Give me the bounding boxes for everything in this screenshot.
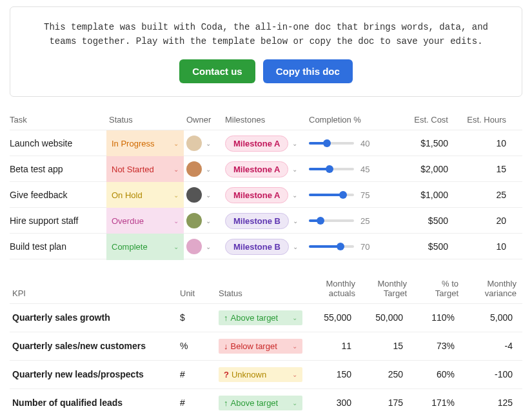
copy-doc-button[interactable]: Copy this doc <box>263 59 353 83</box>
kpi-table-header: KPI Unit Status Monthlyactuals MonthlyTa… <box>10 279 522 304</box>
completion-value: 75 <box>360 190 369 200</box>
task-table-header: Task Status Owner Milestones Completion … <box>10 110 522 130</box>
chevron-down-icon: ⌄ <box>173 217 179 225</box>
slider-fill <box>309 194 343 196</box>
kpi-actuals[interactable]: 300 <box>306 391 358 413</box>
status-select[interactable]: In Progress ⌄ <box>106 130 184 157</box>
status-arrow-icon: ↓ <box>224 341 228 351</box>
kpi-header-variance: Monthlyvariance <box>461 279 519 298</box>
slider-thumb[interactable] <box>326 165 333 173</box>
completion-slider[interactable]: 45 <box>306 159 397 179</box>
task-row: Build test plan Complete ⌄ ⌄ Milestone B… <box>10 234 522 259</box>
slider-fill <box>309 245 340 248</box>
task-row: Give feedback On Hold ⌄ ⌄ Milestone A ⌄ … <box>10 182 522 208</box>
kpi-variance[interactable]: 5,000 <box>461 306 519 329</box>
completion-slider[interactable]: 25 <box>306 211 397 231</box>
chevron-down-icon: ⌄ <box>206 192 211 199</box>
kpi-actuals[interactable]: 11 <box>306 334 358 358</box>
task-name[interactable]: Build test plan <box>10 236 106 257</box>
slider-thumb[interactable] <box>339 191 347 199</box>
owner-select[interactable]: ⌄ <box>184 130 222 156</box>
kpi-status-select[interactable]: ↑ Above target ⌄ <box>219 310 302 325</box>
task-header-cost: Est. Cost <box>411 115 455 125</box>
completion-slider[interactable]: 75 <box>306 185 397 205</box>
status-label: Overdue <box>112 216 144 226</box>
task-name[interactable]: Give feedback <box>10 185 106 205</box>
slider-thumb[interactable] <box>337 243 344 250</box>
task-header-owner: Owner <box>184 115 222 125</box>
slider-fill <box>309 168 330 170</box>
kpi-status-select[interactable]: ↑ Above target ⌄ <box>219 396 302 410</box>
kpi-row: Quarterly new leads/prospects # ? Unknow… <box>10 361 522 389</box>
kpi-unit[interactable]: # <box>177 363 216 386</box>
kpi-target[interactable]: 15 <box>358 334 409 358</box>
chevron-down-icon: ⌄ <box>292 140 297 147</box>
cost-value[interactable]: $1,000 <box>397 185 455 205</box>
hours-value[interactable]: 15 <box>455 159 513 179</box>
status-select[interactable]: Not Started ⌄ <box>106 156 184 183</box>
owner-select[interactable]: ⌄ <box>184 156 222 182</box>
completion-slider[interactable]: 40 <box>306 134 397 154</box>
slider-fill <box>309 142 327 145</box>
task-name[interactable]: Hire support staff <box>10 210 106 231</box>
slider-thumb[interactable] <box>323 139 331 147</box>
completion-slider[interactable]: 70 <box>306 237 397 257</box>
owner-select[interactable]: ⌄ <box>184 208 222 234</box>
status-select[interactable]: Overdue ⌄ <box>106 208 184 234</box>
milestone-select[interactable]: Milestone A ⌄ <box>222 130 306 157</box>
kpi-pct[interactable]: 60% <box>409 363 461 386</box>
milestone-select[interactable]: Milestone B ⌄ <box>222 208 306 234</box>
hours-value[interactable]: 10 <box>455 236 513 257</box>
avatar <box>186 239 202 254</box>
kpi-variance[interactable]: -100 <box>461 363 519 386</box>
kpi-status-select[interactable]: ↓ Below target ⌄ <box>219 339 302 354</box>
kpi-unit[interactable]: % <box>177 334 216 358</box>
kpi-unit[interactable]: # <box>177 391 216 413</box>
task-row: Launch website In Progress ⌄ ⌄ Milestone… <box>10 130 522 156</box>
status-select[interactable]: On Hold ⌄ <box>106 182 184 208</box>
task-name[interactable]: Beta test app <box>10 159 106 179</box>
kpi-unit[interactable]: $ <box>177 306 216 329</box>
milestone-select[interactable]: Milestone A ⌄ <box>222 156 306 183</box>
hours-value[interactable]: 10 <box>455 133 513 154</box>
kpi-pct[interactable]: 73% <box>409 334 461 358</box>
avatar <box>186 136 202 151</box>
kpi-name[interactable]: Number of qualified leads <box>10 391 177 413</box>
kpi-target[interactable]: 175 <box>358 391 409 413</box>
kpi-pct[interactable]: 110% <box>409 306 461 329</box>
kpi-variance[interactable]: -4 <box>461 334 519 358</box>
kpi-name[interactable]: Quarterly sales/new customers <box>10 334 177 358</box>
cost-value[interactable]: $500 <box>397 210 455 231</box>
status-arrow-icon: ↑ <box>224 313 228 323</box>
kpi-table: KPI Unit Status Monthlyactuals MonthlyTa… <box>10 279 522 413</box>
task-name[interactable]: Launch website <box>10 133 106 154</box>
kpi-variance[interactable]: 125 <box>461 391 519 413</box>
chevron-down-icon: ⌄ <box>292 166 297 173</box>
kpi-target[interactable]: 250 <box>358 363 409 386</box>
cost-value[interactable]: $1,500 <box>397 133 455 154</box>
kpi-actuals[interactable]: 150 <box>306 363 358 386</box>
kpi-pct[interactable]: 171% <box>409 391 461 413</box>
kpi-target[interactable]: 50,000 <box>358 306 409 329</box>
milestone-pill: Milestone A <box>225 161 288 177</box>
kpi-name[interactable]: Quarterly new leads/prospects <box>10 363 177 386</box>
owner-select[interactable]: ⌄ <box>184 234 222 259</box>
kpi-status-label: Above target <box>231 398 279 408</box>
slider-thumb[interactable] <box>317 217 324 225</box>
kpi-status-select[interactable]: ? Unknown ⌄ <box>219 367 302 382</box>
owner-select[interactable]: ⌄ <box>184 182 222 208</box>
cost-value[interactable]: $500 <box>397 236 455 257</box>
status-arrow-icon: ? <box>224 370 229 379</box>
contact-us-button[interactable]: Contact us <box>179 59 255 83</box>
hours-value[interactable]: 20 <box>455 210 513 231</box>
milestone-select[interactable]: Milestone A ⌄ <box>222 182 306 208</box>
status-label: Not Started <box>112 165 154 174</box>
status-select[interactable]: Complete ⌄ <box>106 234 184 260</box>
kpi-name[interactable]: Quarterly sales growth <box>10 306 177 329</box>
hours-value[interactable]: 25 <box>455 185 513 205</box>
milestone-select[interactable]: Milestone B ⌄ <box>222 234 306 260</box>
kpi-actuals[interactable]: 55,000 <box>306 306 358 329</box>
kpi-status-cell: ↑ Above target ⌄ <box>216 389 306 413</box>
cost-value[interactable]: $2,000 <box>397 159 455 179</box>
avatar <box>186 213 202 228</box>
